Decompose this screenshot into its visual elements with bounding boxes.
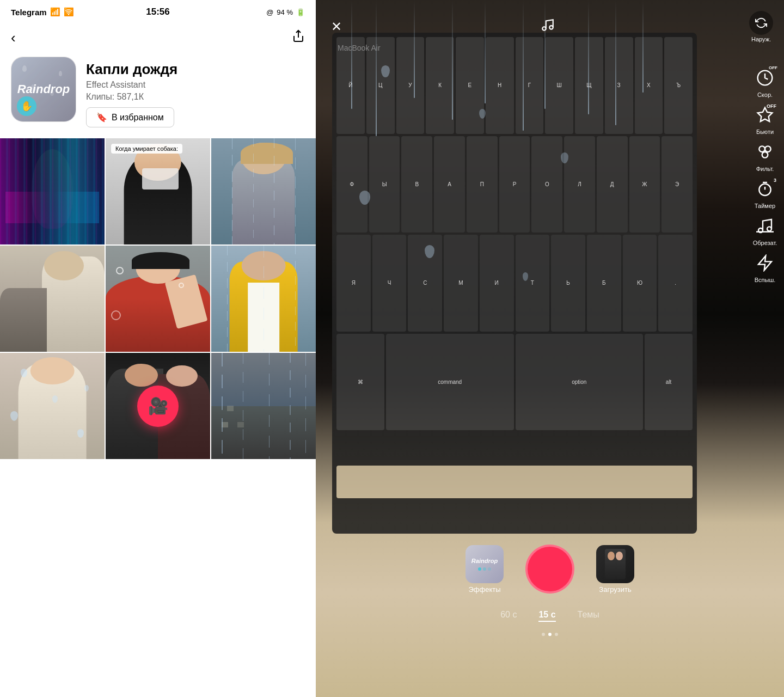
upload-label: Загрузить	[599, 585, 631, 594]
grid-cell-1[interactable]	[0, 138, 105, 244]
effects-label: Эффекты	[468, 585, 500, 594]
grid-cell-2-tag: Когда умирает собака:	[111, 144, 182, 154]
back-button[interactable]: ‹	[11, 29, 16, 46]
dot-2	[548, 633, 552, 636]
grid-cell-9[interactable]	[211, 353, 316, 459]
camera-toolbar: OFF Скор. OFF Бьюти Фильт.	[752, 65, 777, 283]
filter-control[interactable]: Фильт.	[752, 139, 777, 172]
camera-controls-row: Raindrop Эффекты	[316, 545, 784, 594]
macbook-label: MacBook Air	[338, 44, 381, 52]
at-icon: @	[266, 8, 273, 16]
kb-key: Ы	[369, 136, 400, 233]
kb-key: Г	[516, 37, 544, 134]
svg-point-6	[762, 152, 768, 158]
speed-control[interactable]: OFF Скор.	[752, 65, 777, 98]
battery-label: 94 %	[277, 8, 293, 16]
kb-key: Ь	[551, 235, 585, 332]
svg-point-0	[542, 27, 546, 30]
beauty-badge: OFF	[767, 103, 776, 109]
record-icon: 🎥	[148, 396, 168, 415]
svg-point-11	[767, 227, 771, 231]
timer-icon	[756, 180, 774, 198]
nav-bar: ‹	[0, 24, 316, 51]
effects-thumb-label: Raindrop	[471, 558, 498, 564]
wifi-icon: 🛜	[64, 7, 74, 17]
time-label: 15:56	[146, 7, 169, 17]
svg-marker-12	[758, 256, 771, 271]
app-title: Капли дождя	[86, 61, 177, 78]
fav-button[interactable]: 🔖 В избранном	[86, 107, 174, 127]
grid-cell-3[interactable]	[211, 138, 316, 244]
tab-60s[interactable]: 60 с	[500, 610, 517, 622]
carrier-label: Telegram	[11, 8, 47, 17]
effects-thumb-dots	[478, 567, 491, 571]
flip-camera-button[interactable]	[749, 11, 773, 35]
timer-badge: 3	[774, 178, 776, 183]
effects-column: Raindrop Эффекты	[465, 545, 504, 594]
app-icon-text: Raindrop	[17, 83, 70, 96]
app-icon: Raindrop ✋	[11, 57, 76, 122]
grid-cell-7[interactable]	[0, 353, 105, 459]
upload-column: Загрузить	[596, 545, 634, 594]
kb-key: Т	[516, 235, 550, 332]
tab-themes[interactable]: Темы	[578, 610, 599, 622]
grid-cell-2[interactable]: Когда умирает собака:	[106, 138, 210, 244]
effects-button[interactable]: Raindrop	[465, 545, 504, 583]
kb-key: З	[605, 37, 633, 134]
svg-marker-3	[758, 108, 773, 121]
app-clips: Клипы: 587,1К	[86, 92, 177, 102]
flip-label: Наруж.	[751, 36, 771, 42]
upload-button[interactable]	[596, 545, 634, 583]
grid-cell-5[interactable]	[106, 246, 210, 352]
speed-label: Скор.	[757, 91, 773, 98]
status-bar-right: @ 94 % 🔋	[266, 8, 305, 16]
beauty-label: Бьюти	[756, 129, 774, 135]
kb-key: В	[401, 136, 432, 233]
close-button[interactable]: ✕	[327, 17, 346, 36]
kb-key: Ж	[629, 136, 660, 233]
kb-key: Х	[635, 37, 663, 134]
kb-key: Л	[564, 136, 595, 233]
kb-key: Б	[587, 235, 621, 332]
status-bar-left: Telegram 📶 🛜	[11, 7, 74, 17]
grid-cell-4[interactable]	[0, 246, 105, 352]
kb-key: Е	[456, 37, 484, 134]
music-button[interactable]	[541, 18, 555, 35]
keyboard-display: Й Ц У К Е Н Г Ш Щ З Х Ъ Ф Ы В А П Р О Л …	[332, 33, 697, 534]
speed-icon	[756, 69, 774, 87]
share-button[interactable]	[292, 29, 305, 46]
svg-point-4	[759, 146, 765, 152]
main-record-button[interactable]	[525, 545, 574, 594]
trim-control[interactable]: Обрезат.	[752, 213, 777, 246]
timer-label: Таймер	[755, 203, 775, 209]
grid-cell-6[interactable]	[211, 246, 316, 352]
record-button-overlay[interactable]: 🎥	[137, 386, 179, 427]
kb-key: С	[408, 235, 442, 332]
kb-key: Ю	[623, 235, 657, 332]
filter-label: Фильт.	[756, 166, 774, 172]
kb-key-cmd: ⌘	[336, 334, 384, 431]
grid-cell-8[interactable]: 🎥	[106, 353, 210, 459]
status-bar: Telegram 📶 🛜 15:56 @ 94 % 🔋	[0, 0, 316, 24]
beauty-control[interactable]: OFF Бьюти	[752, 102, 777, 135]
battery-icon: 🔋	[296, 8, 305, 16]
speed-badge: OFF	[769, 65, 777, 70]
bookmark-icon: 🔖	[96, 112, 107, 123]
tab-15s[interactable]: 15 с	[538, 610, 555, 622]
dot-3	[555, 633, 558, 636]
kb-key: У	[396, 37, 425, 134]
kb-key: П	[467, 136, 498, 233]
signal-icon: 📶	[50, 7, 60, 17]
kb-key-option: option	[516, 334, 644, 431]
kb-key: К	[426, 37, 454, 134]
timer-control[interactable]: 3 Таймер	[752, 176, 777, 209]
kb-key: А	[434, 136, 465, 233]
flash-control[interactable]: Вспыш.	[752, 250, 777, 283]
camera-bottom-controls: Raindrop Эффекты	[316, 545, 784, 697]
filter-icon	[756, 143, 774, 161]
camera-tabs: 60 с 15 с Темы	[500, 610, 599, 622]
app-icon-hand: ✋	[17, 96, 36, 116]
svg-point-1	[549, 26, 553, 29]
kb-key: Ъ	[664, 37, 693, 134]
flip-camera-group: Наруж.	[749, 11, 773, 42]
